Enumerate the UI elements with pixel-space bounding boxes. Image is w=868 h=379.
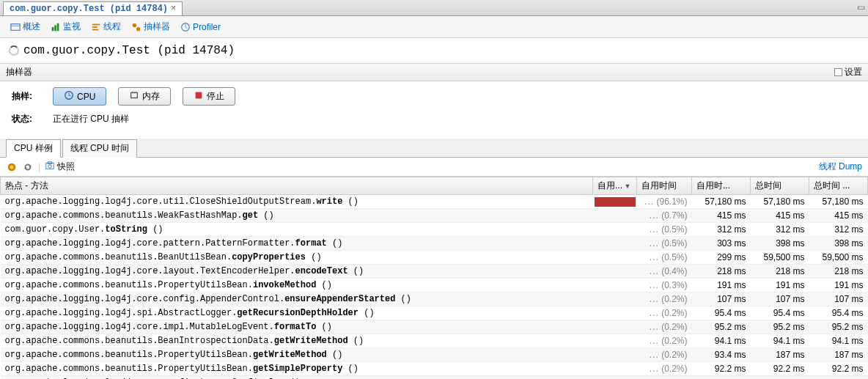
col-method[interactable]: 热点 - 方法 [1, 177, 593, 195]
threads-icon [91, 22, 101, 32]
minimize-icon[interactable]: ▭ [857, 2, 865, 12]
col-total-time[interactable]: 总时间 [751, 177, 809, 195]
table-row[interactable]: org.apache.logging.log4j.core.layout.Tex… [1, 265, 868, 279]
sample-label: 抽样: [12, 90, 41, 103]
self-time-cell: 95.4 ms [692, 306, 751, 320]
sub-tab-thread-cpu-time[interactable]: 线程 CPU 时间 [62, 139, 137, 158]
tab-overview[interactable]: 概述 [6, 19, 45, 34]
method-cell: org.apache.logging.log4j.core.config.Log… [1, 376, 593, 380]
snapshot-button[interactable]: 快照 [45, 161, 75, 173]
tab-label: 线程 [103, 21, 121, 33]
self-time-cell: 94.1 ms [692, 334, 751, 348]
table-row[interactable]: com.guor.copy.User.toString ()... (0.5%)… [1, 223, 868, 237]
stop-button[interactable]: 停止 [183, 87, 235, 106]
total-time-cell: 191 ms [751, 279, 809, 292]
method-cell: org.apache.commons.beanutils.PropertyUti… [1, 279, 593, 292]
editor-tab[interactable]: com.guor.copy.Test (pid 14784) × [3, 1, 183, 15]
total-time-cell: 57,905 ms [751, 376, 809, 380]
svg-rect-0 [11, 23, 20, 30]
memory-icon [129, 90, 139, 103]
table-row[interactable]: org.apache.logging.log4j.core.config.App… [1, 292, 868, 306]
pct-cell: ... (0.3%) [637, 279, 692, 292]
pct-cell: ... (0.5%) [637, 237, 692, 251]
settings-toggle[interactable]: 设置 [834, 66, 862, 78]
total-time2-cell: 398 ms [809, 237, 868, 251]
cpu-button-label: CPU [77, 92, 95, 102]
tab-threads[interactable]: 线程 [87, 19, 125, 34]
total-time2-cell: 95.2 ms [809, 320, 868, 334]
col-self-bar[interactable]: 自用... [593, 177, 637, 195]
table-row[interactable]: org.apache.commons.beanutils.PropertyUti… [1, 362, 868, 376]
total-time2-cell: 92.2 ms [809, 362, 868, 376]
profiler-icon [180, 22, 191, 32]
thread-dump-link[interactable]: 线程 Dump [819, 161, 862, 173]
tab-monitor[interactable]: 监视 [46, 19, 85, 34]
bar-cell [593, 334, 637, 348]
bar-cell [593, 195, 637, 209]
table-row[interactable]: org.apache.commons.beanutils.BeanUtilsBe… [1, 251, 868, 265]
tab-sampler[interactable]: 抽样器 [127, 19, 174, 34]
total-time-cell: 94.1 ms [751, 334, 809, 348]
tab-profiler[interactable]: Profiler [176, 21, 225, 34]
table-row[interactable]: org.apache.commons.beanutils.BeanIntrosp… [1, 334, 868, 348]
pct-cell: ... (0%) [637, 376, 692, 380]
total-time2-cell: 95.4 ms [809, 306, 868, 320]
close-icon[interactable]: × [171, 4, 176, 14]
status-text: 正在进行 CPU 抽样 [53, 113, 129, 125]
method-cell: org.apache.commons.beanutils.BeanIntrosp… [1, 334, 593, 348]
total-time-cell: 398 ms [751, 237, 809, 251]
total-time2-cell: 59,500 ms [809, 251, 868, 265]
bar-cell [593, 348, 637, 362]
hotspot-icon[interactable] [6, 161, 18, 173]
table-row[interactable]: org.apache.commons.beanutils.PropertyUti… [1, 348, 868, 362]
col-total-time2[interactable]: 总时间 ... [809, 177, 868, 195]
self-time-cell: 0.000 ms [692, 376, 751, 380]
total-time2-cell: 57,905 ms [809, 376, 868, 380]
method-cell: org.apache.commons.beanutils.PropertyUti… [1, 362, 593, 376]
tab-label: 概述 [23, 21, 40, 33]
col-self-time[interactable]: 自用时... [692, 177, 751, 195]
tab-label: 抽样器 [144, 21, 170, 33]
self-time-cell: 312 ms [692, 223, 751, 237]
snapshot-icon [45, 161, 55, 173]
col-self-time-pct[interactable]: 自用时间 [637, 177, 692, 195]
table-row[interactable]: org.apache.logging.log4j.core.pattern.Pa… [1, 237, 868, 251]
table-row[interactable]: org.apache.commons.beanutils.PropertyUti… [1, 279, 868, 292]
sampler-icon [131, 22, 141, 32]
svg-point-9 [136, 27, 140, 31]
total-time2-cell: 57,180 ms [809, 195, 868, 209]
self-time-cell: 303 ms [692, 237, 751, 251]
svg-point-8 [133, 23, 136, 26]
refresh-icon[interactable] [22, 161, 34, 173]
bar-cell [593, 223, 637, 237]
pct-cell: ... (0.4%) [637, 265, 692, 279]
total-time-cell: 218 ms [751, 265, 809, 279]
separator: | [38, 162, 40, 172]
total-time2-cell: 218 ms [809, 265, 868, 279]
bar-cell [593, 237, 637, 251]
pct-cell: ... (0.2%) [637, 362, 692, 376]
memory-button[interactable]: 内存 [118, 87, 171, 106]
method-cell: org.apache.commons.beanutils.PropertyUti… [1, 348, 593, 362]
status-label: 状态: [12, 113, 41, 125]
bar-cell [593, 362, 637, 376]
settings-checkbox-icon [834, 68, 842, 76]
pct-cell: ... (0.2%) [637, 306, 692, 320]
bar-cell [593, 306, 637, 320]
table-row[interactable]: org.apache.logging.log4j.core.impl.Mutab… [1, 320, 868, 334]
method-cell: org.apache.logging.log4j.core.impl.Mutab… [1, 320, 593, 334]
total-time-cell: 187 ms [751, 348, 809, 362]
overview-icon [10, 22, 21, 32]
svg-line-15 [69, 95, 71, 96]
total-time2-cell: 191 ms [809, 279, 868, 292]
sub-tab-cpu-samples[interactable]: CPU 样例 [6, 139, 61, 158]
table-row[interactable]: org.apache.logging.log4j.core.util.Close… [1, 195, 868, 209]
total-time-cell: 95.4 ms [751, 306, 809, 320]
table-row[interactable]: org.apache.logging.log4j.spi.AbstractLog… [1, 306, 868, 320]
cpu-button[interactable]: CPU [53, 87, 106, 106]
table-row[interactable]: org.apache.logging.log4j.core.config.Log… [1, 376, 868, 380]
bar-cell [593, 376, 637, 380]
table-row[interactable]: org.apache.commons.beanutils.WeakFastHas… [1, 209, 868, 223]
editor-tab-bar: com.guor.copy.Test (pid 14784) × [0, 0, 868, 16]
method-cell: org.apache.logging.log4j.core.layout.Tex… [1, 265, 593, 279]
